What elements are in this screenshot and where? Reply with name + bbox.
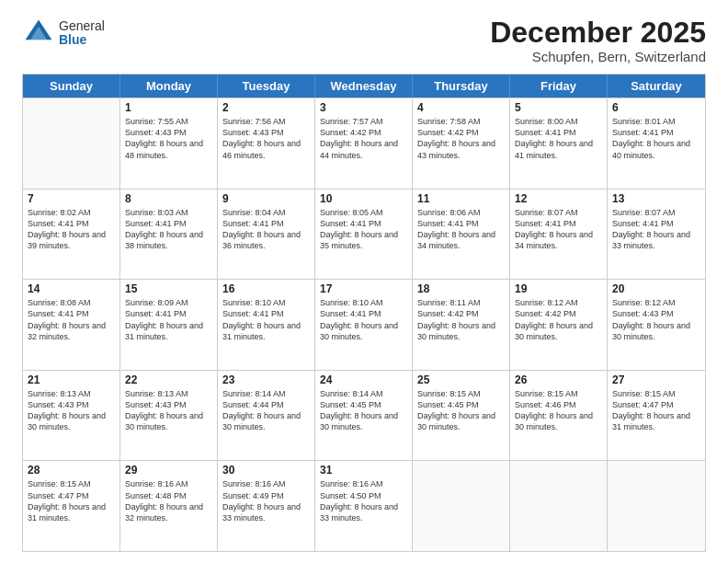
subtitle: Schupfen, Bern, Switzerland [490, 49, 706, 64]
cal-cell: 28Sunrise: 8:15 AM Sunset: 4:47 PM Dayli… [23, 461, 120, 551]
cal-cell: 20Sunrise: 8:12 AM Sunset: 4:43 PM Dayli… [608, 280, 705, 370]
cal-cell: 30Sunrise: 8:16 AM Sunset: 4:49 PM Dayli… [218, 461, 315, 551]
cal-cell: 4Sunrise: 7:58 AM Sunset: 4:42 PM Daylig… [413, 98, 510, 189]
cal-header-thursday: Thursday [413, 75, 510, 98]
cell-info: Sunrise: 8:13 AM Sunset: 4:43 PM Dayligh… [28, 388, 115, 433]
cal-cell: 10Sunrise: 8:05 AM Sunset: 4:41 PM Dayli… [315, 190, 413, 280]
cell-day-number: 25 [417, 373, 505, 386]
cell-day-number: 28 [28, 464, 115, 477]
cell-day-number: 19 [515, 282, 602, 295]
cell-day-number: 9 [222, 192, 310, 205]
cal-header-wednesday: Wednesday [315, 75, 413, 98]
cell-info: Sunrise: 7:57 AM Sunset: 4:42 PM Dayligh… [320, 116, 407, 161]
cell-day-number: 3 [320, 101, 407, 114]
calendar: SundayMondayTuesdayWednesdayThursdayFrid… [22, 74, 706, 552]
cell-day-number: 1 [125, 101, 212, 114]
cell-info: Sunrise: 8:16 AM Sunset: 4:48 PM Dayligh… [125, 478, 212, 523]
cell-day-number: 21 [28, 373, 115, 386]
cell-day-number: 11 [417, 192, 505, 205]
cell-info: Sunrise: 8:06 AM Sunset: 4:41 PM Dayligh… [417, 207, 505, 252]
calendar-body: 1Sunrise: 7:55 AM Sunset: 4:43 PM Daylig… [23, 98, 705, 551]
cell-day-number: 17 [320, 282, 407, 295]
cal-cell [23, 98, 120, 189]
cal-week-2: 7Sunrise: 8:02 AM Sunset: 4:41 PM Daylig… [23, 189, 705, 280]
cal-week-3: 14Sunrise: 8:08 AM Sunset: 4:41 PM Dayli… [23, 279, 705, 370]
cell-day-number: 23 [222, 373, 310, 386]
cell-info: Sunrise: 8:08 AM Sunset: 4:41 PM Dayligh… [28, 297, 115, 342]
cell-day-number: 2 [222, 101, 310, 114]
cal-cell: 25Sunrise: 8:15 AM Sunset: 4:45 PM Dayli… [413, 371, 510, 461]
logo-icon [22, 17, 55, 50]
cal-cell: 17Sunrise: 8:10 AM Sunset: 4:41 PM Dayli… [315, 280, 413, 370]
cell-info: Sunrise: 8:07 AM Sunset: 4:41 PM Dayligh… [515, 207, 602, 252]
cell-day-number: 30 [222, 464, 310, 477]
cal-header-friday: Friday [510, 75, 608, 98]
cell-day-number: 26 [515, 373, 602, 386]
cal-header-tuesday: Tuesday [218, 75, 315, 98]
cell-info: Sunrise: 8:10 AM Sunset: 4:41 PM Dayligh… [222, 297, 310, 342]
cell-info: Sunrise: 8:16 AM Sunset: 4:50 PM Dayligh… [320, 478, 407, 523]
cell-info: Sunrise: 8:15 AM Sunset: 4:45 PM Dayligh… [417, 388, 505, 433]
cell-info: Sunrise: 8:00 AM Sunset: 4:41 PM Dayligh… [515, 116, 602, 161]
cell-day-number: 14 [28, 282, 115, 295]
cell-day-number: 15 [125, 282, 212, 295]
cal-cell: 23Sunrise: 8:14 AM Sunset: 4:44 PM Dayli… [218, 371, 315, 461]
cell-day-number: 29 [125, 464, 212, 477]
cal-cell: 7Sunrise: 8:02 AM Sunset: 4:41 PM Daylig… [23, 190, 120, 280]
cal-cell: 27Sunrise: 8:15 AM Sunset: 4:47 PM Dayli… [608, 371, 705, 461]
cell-day-number: 12 [515, 192, 602, 205]
cell-day-number: 6 [612, 101, 700, 114]
cal-cell: 11Sunrise: 8:06 AM Sunset: 4:41 PM Dayli… [413, 190, 510, 280]
cell-info: Sunrise: 8:15 AM Sunset: 4:47 PM Dayligh… [612, 388, 700, 433]
cell-info: Sunrise: 7:58 AM Sunset: 4:42 PM Dayligh… [417, 116, 505, 161]
cell-day-number: 4 [417, 101, 505, 114]
cell-info: Sunrise: 8:03 AM Sunset: 4:41 PM Dayligh… [125, 207, 212, 252]
cal-cell: 6Sunrise: 8:01 AM Sunset: 4:41 PM Daylig… [608, 98, 705, 189]
cal-cell: 19Sunrise: 8:12 AM Sunset: 4:42 PM Dayli… [510, 280, 608, 370]
cell-info: Sunrise: 8:14 AM Sunset: 4:44 PM Dayligh… [222, 388, 310, 433]
cell-info: Sunrise: 8:15 AM Sunset: 4:46 PM Dayligh… [515, 388, 602, 433]
title-block: December 2025 Schupfen, Bern, Switzerlan… [490, 17, 706, 64]
cell-day-number: 7 [28, 192, 115, 205]
cal-cell: 9Sunrise: 8:04 AM Sunset: 4:41 PM Daylig… [218, 190, 315, 280]
cal-cell: 21Sunrise: 8:13 AM Sunset: 4:43 PM Dayli… [23, 371, 120, 461]
cal-cell: 31Sunrise: 8:16 AM Sunset: 4:50 PM Dayli… [315, 461, 413, 551]
logo-blue: Blue [59, 33, 105, 47]
cell-info: Sunrise: 7:56 AM Sunset: 4:43 PM Dayligh… [222, 116, 310, 161]
cell-info: Sunrise: 8:02 AM Sunset: 4:41 PM Dayligh… [28, 207, 115, 252]
cell-info: Sunrise: 8:11 AM Sunset: 4:42 PM Dayligh… [417, 297, 505, 342]
cal-week-4: 21Sunrise: 8:13 AM Sunset: 4:43 PM Dayli… [23, 370, 705, 461]
cell-info: Sunrise: 8:04 AM Sunset: 4:41 PM Dayligh… [222, 207, 310, 252]
cal-header-monday: Monday [120, 75, 218, 98]
cal-header-sunday: Sunday [23, 75, 120, 98]
cal-cell: 26Sunrise: 8:15 AM Sunset: 4:46 PM Dayli… [510, 371, 608, 461]
logo-text: General Blue [59, 19, 105, 48]
cell-info: Sunrise: 8:01 AM Sunset: 4:41 PM Dayligh… [612, 116, 700, 161]
cal-cell: 12Sunrise: 8:07 AM Sunset: 4:41 PM Dayli… [510, 190, 608, 280]
cell-day-number: 10 [320, 192, 407, 205]
cal-cell: 15Sunrise: 8:09 AM Sunset: 4:41 PM Dayli… [120, 280, 218, 370]
page: General Blue December 2025 Schupfen, Ber… [0, 0, 728, 563]
month-title: December 2025 [490, 17, 706, 49]
cell-info: Sunrise: 8:14 AM Sunset: 4:45 PM Dayligh… [320, 388, 407, 433]
cal-cell: 3Sunrise: 7:57 AM Sunset: 4:42 PM Daylig… [315, 98, 413, 189]
cal-cell: 5Sunrise: 8:00 AM Sunset: 4:41 PM Daylig… [510, 98, 608, 189]
cell-info: Sunrise: 8:16 AM Sunset: 4:49 PM Dayligh… [222, 478, 310, 523]
cal-cell: 1Sunrise: 7:55 AM Sunset: 4:43 PM Daylig… [120, 98, 218, 189]
cell-day-number: 31 [320, 464, 407, 477]
cal-cell [510, 461, 608, 551]
cell-info: Sunrise: 8:12 AM Sunset: 4:43 PM Dayligh… [612, 297, 700, 342]
cal-cell: 29Sunrise: 8:16 AM Sunset: 4:48 PM Dayli… [120, 461, 218, 551]
cell-info: Sunrise: 8:15 AM Sunset: 4:47 PM Dayligh… [28, 478, 115, 523]
cell-day-number: 24 [320, 373, 407, 386]
cal-week-5: 28Sunrise: 8:15 AM Sunset: 4:47 PM Dayli… [23, 460, 705, 551]
header: General Blue December 2025 Schupfen, Ber… [22, 17, 706, 64]
cal-cell: 24Sunrise: 8:14 AM Sunset: 4:45 PM Dayli… [315, 371, 413, 461]
cal-cell: 18Sunrise: 8:11 AM Sunset: 4:42 PM Dayli… [413, 280, 510, 370]
cell-info: Sunrise: 8:13 AM Sunset: 4:43 PM Dayligh… [125, 388, 212, 433]
logo: General Blue [22, 17, 105, 50]
cell-info: Sunrise: 7:55 AM Sunset: 4:43 PM Dayligh… [125, 116, 212, 161]
cal-header-saturday: Saturday [608, 75, 705, 98]
cell-info: Sunrise: 8:12 AM Sunset: 4:42 PM Dayligh… [515, 297, 602, 342]
cell-day-number: 8 [125, 192, 212, 205]
